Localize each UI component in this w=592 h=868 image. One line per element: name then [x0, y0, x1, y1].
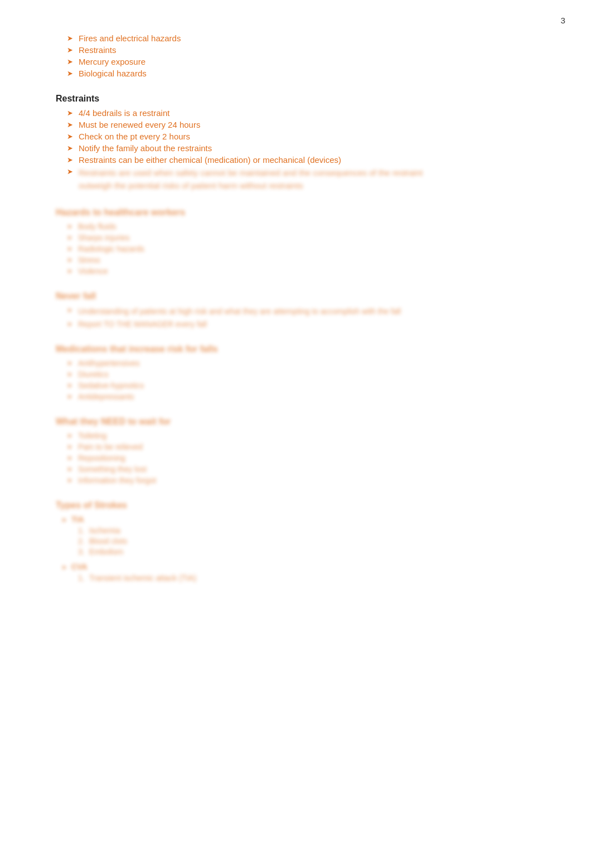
list-item: ➤ Restraints can be either chemical (med… — [67, 155, 547, 165]
list-item: ➤ Stress — [67, 255, 547, 264]
item-text: Restraints — [79, 45, 117, 55]
list-item: ➤ Fires and electrical hazards — [67, 33, 547, 43]
restraints-heading: Restraints — [56, 94, 547, 104]
arrow-icon: ➤ — [61, 516, 67, 524]
list-item: ➤ Information they forgot — [67, 476, 547, 485]
item-text: Notify the family about the restraints — [79, 143, 212, 153]
arrow-icon: ➤ — [67, 234, 72, 242]
list-item: ➤ Must be renewed every 24 hours — [67, 120, 547, 129]
list-item: ➤ Biological hazards — [67, 69, 547, 78]
arrow-icon: ➤ — [67, 167, 73, 176]
intro-list: ➤ Fires and electrical hazards ➤ Restrai… — [56, 33, 547, 78]
item-text: Fires and electrical hazards — [79, 33, 181, 43]
arrow-icon: ➤ — [67, 57, 73, 66]
nested-list-item: 2. Blood clots — [78, 537, 127, 546]
list-item: ➤ Toileting — [67, 431, 547, 440]
types-strokes-section: Types of Strokes ➤ TIA 1. Ischemia 2. Bl… — [56, 500, 547, 584]
arrow-icon: ➤ — [67, 454, 72, 462]
arrow-icon: ➤ — [67, 223, 72, 230]
restraints-section: Restraints ➤ 4/4 bedrails is a restraint… — [56, 94, 547, 192]
never-fall-section: Never fall ➤ Understanding of patients a… — [56, 291, 547, 329]
list-item: ➤ Notify the family about the restraints — [67, 143, 547, 153]
list-item: ➤ Pain to be relieved — [67, 442, 547, 451]
list-item: ➤ Antidepressants — [67, 392, 547, 401]
arrow-icon: ➤ — [67, 256, 72, 264]
arrow-icon: ➤ — [67, 476, 72, 484]
list-item: ➤ Check on the pt every 2 hours — [67, 132, 547, 141]
arrow-icon: ➤ — [67, 443, 72, 451]
arrow-icon: ➤ — [67, 267, 72, 275]
arrow-icon: ➤ — [67, 144, 73, 152]
list-item: ➤ Mercury exposure — [67, 57, 547, 66]
list-item: ➤ Something they lost — [67, 465, 547, 474]
arrow-icon: ➤ — [67, 69, 73, 78]
what-they-need-section: What they NEED to wait for ➤ Toileting ➤… — [56, 417, 547, 485]
arrow-icon: ➤ — [67, 432, 72, 440]
list-item-blurred: ➤ Restraints are used when safety cannot… — [67, 167, 547, 192]
list-item: ➤ Body fluids — [67, 222, 547, 231]
nested-list-item: 1. Ischemia — [78, 526, 127, 535]
what-they-need-heading: What they NEED to wait for — [56, 417, 547, 427]
list-item: ➤ Understanding of patients at high risk… — [67, 306, 429, 317]
arrow-icon: ➤ — [67, 382, 72, 389]
arrow-icon: ➤ — [67, 393, 72, 401]
hazards-heading: Hazards to healthcare workers — [56, 208, 547, 218]
arrow-icon: ➤ — [67, 359, 72, 367]
list-item: ➤ TIA 1. Ischemia 2. Blood clots 3. Embo… — [61, 515, 547, 558]
never-fall-heading: Never fall — [56, 291, 547, 301]
arrow-icon: ➤ — [67, 109, 73, 117]
list-item: ➤ Repositioning — [67, 454, 547, 462]
list-item: ➤ Antihypertensives — [67, 359, 547, 368]
medications-heading: Medications that increase risk for falls — [56, 344, 547, 354]
list-item: ➤ Report TO THE MANAGER every fall — [67, 320, 547, 329]
arrow-icon: ➤ — [61, 563, 67, 571]
item-text: Restraints can be either chemical (medic… — [79, 155, 341, 165]
arrow-icon: ➤ — [67, 370, 72, 378]
hazards-section: Hazards to healthcare workers ➤ Body flu… — [56, 208, 547, 276]
list-item: ➤ Restraints — [67, 45, 547, 55]
types-strokes-heading: Types of Strokes — [56, 500, 547, 510]
list-item: ➤ Sedative-hypnotics — [67, 381, 547, 390]
medications-section: Medications that increase risk for falls… — [56, 344, 547, 401]
arrow-icon: ➤ — [67, 46, 73, 54]
list-item: ➤ CVA 1. Transient ischemic attack (TIA) — [61, 562, 547, 584]
arrow-icon: ➤ — [67, 34, 73, 42]
list-item: ➤ Radiologic hazards — [67, 244, 547, 253]
arrow-icon: ➤ — [67, 465, 72, 473]
arrow-icon: ➤ — [67, 245, 72, 253]
arrow-icon: ➤ — [67, 120, 73, 129]
nested-list-item: 3. Embolism — [78, 547, 127, 556]
item-text: Biological hazards — [79, 69, 147, 78]
arrow-icon: ➤ — [67, 320, 72, 328]
item-text: 4/4 bedrails is a restraint — [79, 108, 169, 118]
item-text: Check on the pt every 2 hours — [79, 132, 190, 141]
list-item: ➤ Violence — [67, 267, 547, 276]
arrow-icon: ➤ — [67, 156, 73, 164]
item-text: Mercury exposure — [79, 57, 145, 66]
blurred-text: Restraints are used when safety cannot b… — [79, 167, 424, 192]
arrow-icon: ➤ — [67, 306, 72, 314]
nested-list-item: 1. Transient ischemic attack (TIA) — [78, 573, 196, 582]
arrow-icon: ➤ — [67, 132, 73, 141]
list-item: ➤ Diuretics — [67, 370, 547, 379]
list-item: ➤ 4/4 bedrails is a restraint — [67, 108, 547, 118]
list-item: ➤ Sharps injuries — [67, 233, 547, 242]
item-text: Must be renewed every 24 hours — [79, 120, 200, 129]
page-number: 3 — [561, 16, 565, 25]
